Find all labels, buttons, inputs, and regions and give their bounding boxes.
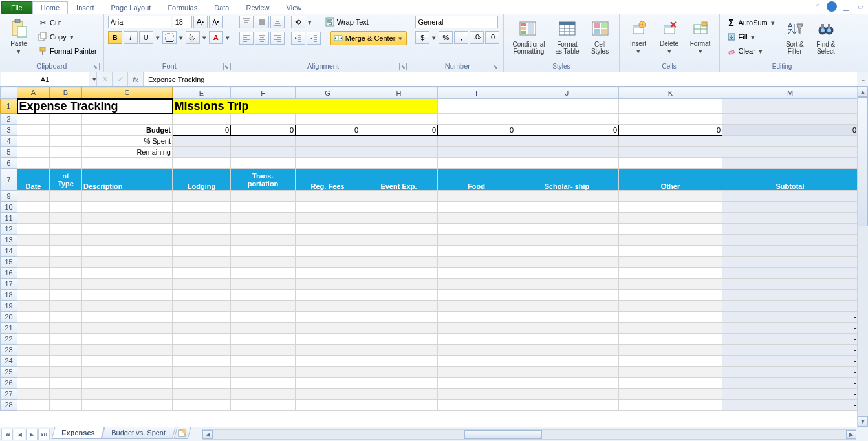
col-header-j[interactable]: J [515,87,619,99]
row-27[interactable]: 27- [1,389,858,400]
cell[interactable]: 0 [360,125,438,136]
row-header[interactable]: 5 [1,147,17,158]
cell[interactable] [17,356,50,367]
copy-button[interactable]: Copy▾ [35,30,100,43]
cell[interactable] [515,367,619,378]
row-header[interactable]: 22 [1,334,17,345]
cell[interactable]: - [619,136,722,147]
cell[interactable]: 0 [296,125,360,136]
row-23[interactable]: 23- [1,345,858,356]
row-5[interactable]: 5Remaining-------- [1,147,858,158]
help-icon[interactable]: ? [827,1,837,12]
row-header[interactable]: 28 [1,400,17,411]
cell[interactable] [515,345,619,356]
cell[interactable]: - [722,334,858,345]
cell[interactable] [17,224,50,235]
cell[interactable] [296,279,360,290]
row-2[interactable]: 2 [1,114,858,125]
cell[interactable] [515,224,619,235]
cell[interactable] [360,345,438,356]
underline-button[interactable]: U [139,31,153,44]
cell[interactable] [173,367,231,378]
cell[interactable] [360,290,438,301]
cell[interactable] [17,246,50,257]
cell[interactable] [82,268,173,279]
cell[interactable] [360,301,438,312]
table-header-cell[interactable]: Food [438,169,515,191]
cell[interactable] [173,301,231,312]
row-header[interactable]: 10 [1,202,17,213]
cell[interactable] [17,147,50,158]
cell[interactable]: - [722,235,858,246]
cell[interactable] [82,323,173,334]
cell[interactable]: - [231,136,296,147]
cell[interactable] [438,257,515,268]
bold-button[interactable]: B [108,31,122,44]
cell[interactable] [231,367,296,378]
cell[interactable] [438,400,515,411]
chevron-down-icon[interactable]: ▾ [431,34,437,42]
increase-indent-button[interactable] [307,32,321,45]
cell[interactable]: - [360,136,438,147]
cell[interactable] [231,356,296,367]
find-select-button[interactable]: Find & Select [811,16,841,58]
row-7[interactable]: 7DatentTypeDescriptionLodgingTrans-porta… [1,169,858,191]
col-header-k[interactable]: K [619,87,722,99]
chevron-down-icon[interactable]: ▾ [178,34,184,42]
cell[interactable] [360,246,438,257]
cell[interactable] [17,323,50,334]
cell[interactable] [438,191,515,202]
col-header-b[interactable]: B [50,87,82,99]
cell[interactable] [722,114,858,125]
insert-cells-button[interactable]: Insert▾ [624,16,653,58]
cell[interactable] [231,191,296,202]
cell[interactable]: 0 [438,125,515,136]
cell[interactable] [515,114,619,125]
column-headers[interactable]: A B C E F G H I J K M [1,87,858,99]
cell[interactable]: - [722,356,858,367]
vertical-scrollbar[interactable]: ▲ ▼ [857,87,868,427]
cell[interactable] [515,99,619,114]
cell[interactable] [296,323,360,334]
row-21[interactable]: 21- [1,323,858,334]
cell[interactable] [17,136,50,147]
table-header-cell[interactable]: Event Exp. [360,169,438,191]
cell[interactable]: - [173,136,231,147]
cell[interactable]: 0 [515,125,619,136]
cell[interactable] [619,246,722,257]
cell[interactable]: - [438,136,515,147]
cell[interactable] [231,279,296,290]
cell[interactable] [438,246,515,257]
cell[interactable] [50,125,82,136]
cell[interactable] [360,202,438,213]
fx-icon[interactable]: fx [128,72,144,86]
cell[interactable] [360,257,438,268]
cell[interactable] [231,268,296,279]
cell[interactable] [619,301,722,312]
table-header-cell[interactable]: Other [619,169,722,191]
cell[interactable]: - [296,136,360,147]
cell[interactable] [173,345,231,356]
row-header[interactable]: 3 [1,125,17,136]
cell[interactable] [231,389,296,400]
cell[interactable] [82,345,173,356]
cell[interactable] [360,312,438,323]
cell[interactable] [82,114,173,125]
cell[interactable] [360,367,438,378]
cell[interactable] [17,268,50,279]
cell[interactable] [438,202,515,213]
cell[interactable] [231,312,296,323]
cell[interactable]: - [722,213,858,224]
orientation-button[interactable]: ⟲ [291,16,305,28]
cell[interactable] [619,202,722,213]
cell[interactable] [173,378,231,389]
row-9[interactable]: 9- [1,191,858,202]
row-header[interactable]: 2 [1,114,17,125]
col-header-e[interactable]: E [173,87,231,99]
increase-font-button[interactable]: A▴ [193,16,208,28]
cell[interactable] [173,213,231,224]
tab-file[interactable]: File [1,1,32,14]
cell[interactable] [722,99,858,114]
cell[interactable] [50,356,82,367]
row-header[interactable]: 11 [1,213,17,224]
